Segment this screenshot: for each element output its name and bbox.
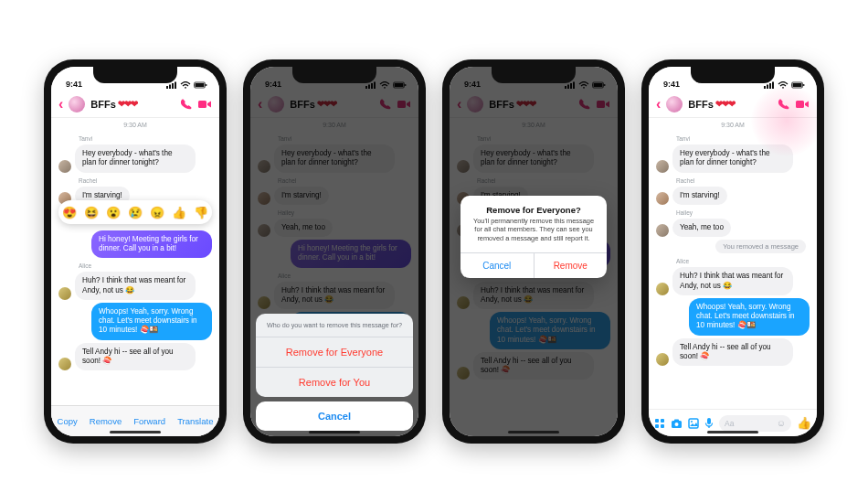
message-bubble[interactable]: Huh? I think that was meant for Andy, no… <box>672 267 793 295</box>
avatar[interactable] <box>58 358 71 370</box>
message-bubble[interactable]: Tell Andy hi -- see all of you soon! 🍣 <box>75 343 196 371</box>
message-list[interactable]: Tanvi Hey everybody - what's the plan fo… <box>649 132 817 409</box>
reaction-haha[interactable]: 😆 <box>84 206 99 219</box>
context-copy[interactable]: Copy <box>58 416 78 426</box>
notch <box>93 67 177 83</box>
avatar[interactable] <box>58 287 71 300</box>
message-bubble[interactable]: Huh? I think that was meant for Andy, no… <box>75 272 196 300</box>
svg-rect-3 <box>175 82 176 90</box>
hearts-icon: ❤❤❤ <box>118 99 137 109</box>
composer-gallery-icon[interactable] <box>688 418 699 429</box>
message-list[interactable]: Tanvi Hey everybody - what's the plan fo… <box>51 132 219 436</box>
sheet-cancel-button[interactable]: Cancel <box>256 401 413 431</box>
home-indicator[interactable] <box>508 431 559 433</box>
svg-rect-37 <box>661 419 664 423</box>
svg-rect-45 <box>707 418 711 424</box>
svg-rect-7 <box>206 84 207 86</box>
home-indicator[interactable] <box>110 431 161 433</box>
svg-rect-33 <box>793 83 802 87</box>
svg-point-42 <box>675 423 679 426</box>
svg-rect-38 <box>655 424 659 428</box>
chat-title-text: BFFs <box>90 99 116 110</box>
wifi-icon <box>778 81 789 89</box>
status-time: 9:41 <box>66 80 82 89</box>
chat-title-text: BFFs <box>688 99 714 110</box>
hearts-icon: ❤❤❤ <box>715 99 735 109</box>
composer-input[interactable]: Aa ☺ <box>719 415 791 432</box>
context-remove[interactable]: Remove <box>90 416 122 426</box>
audio-call-button[interactable] <box>777 98 789 111</box>
video-call-button[interactable] <box>197 99 212 110</box>
message-bubble[interactable]: Yeah, me too <box>672 219 731 237</box>
reaction-love[interactable]: 😍 <box>62 206 77 219</box>
emoji-icon[interactable]: ☺ <box>777 418 786 428</box>
composer-apps-icon[interactable] <box>654 418 665 429</box>
svg-rect-36 <box>655 419 659 423</box>
svg-rect-34 <box>803 84 805 86</box>
avatar[interactable] <box>58 160 71 173</box>
video-call-button[interactable] <box>795 99 810 110</box>
svg-rect-39 <box>661 424 664 428</box>
message-bubble-own[interactable]: Whoops! Yeah, sorry. Wrong chat. Let's m… <box>91 303 212 340</box>
sender-label: Alice <box>676 258 810 264</box>
message-bubble-own[interactable]: Whoops! Yeah, sorry. Wrong chat. Let's m… <box>689 298 810 336</box>
chat-title[interactable]: BFFs ❤❤❤ <box>688 99 735 110</box>
removed-message-indicator: You removed a message <box>715 240 806 253</box>
avatar[interactable] <box>656 353 669 366</box>
context-forward[interactable]: Forward <box>133 416 165 426</box>
avatar[interactable] <box>656 283 669 295</box>
back-button[interactable]: ‹ <box>656 96 661 112</box>
svg-point-4 <box>185 87 186 89</box>
status-indicators <box>764 81 806 89</box>
audio-call-button[interactable] <box>179 98 192 111</box>
screen-4: 9:41 ‹ BFFs ❤❤❤ 9:30 AM <box>649 67 817 436</box>
composer-placeholder: Aa <box>725 419 773 428</box>
chat-avatar[interactable] <box>69 96 85 112</box>
remove-for-everyone-option[interactable]: Remove for Everyone <box>256 337 413 368</box>
svg-rect-1 <box>169 85 171 90</box>
notch <box>691 67 775 83</box>
reaction-like[interactable]: 👍 <box>172 206 186 219</box>
message-bubble[interactable]: Hey everybody - what's the plan for dinn… <box>75 144 196 173</box>
alert-body: You'll permanently remove this message f… <box>460 217 607 252</box>
avatar[interactable] <box>656 160 669 173</box>
alert-remove-button[interactable]: Remove <box>535 253 608 278</box>
alert-title: Remove for Everyone? <box>460 196 607 217</box>
message-bubble[interactable]: Tell Andy hi -- see all of you soon! 🍣 <box>672 338 793 367</box>
message-bubble[interactable]: I'm starving! <box>672 187 727 205</box>
sender-label: Rachel <box>676 177 810 184</box>
svg-rect-2 <box>172 83 174 89</box>
message-bubble-own[interactable]: Hi honey! Meeting the girls for dinner. … <box>91 230 212 259</box>
svg-rect-41 <box>674 419 679 421</box>
chat-header: ‹ BFFs ❤❤❤ <box>51 91 219 118</box>
phone-frame-2: 9:41 ‹ BFFs ❤❤❤ 9:30 AM T <box>243 59 426 444</box>
reaction-sad[interactable]: 😢 <box>128 206 143 219</box>
avatar[interactable] <box>656 224 669 237</box>
phone-frame-1: 9:41 ‹ BFFs ❤❤❤ 9:30 AM <box>44 59 227 444</box>
avatar[interactable] <box>656 192 669 205</box>
notch <box>292 67 376 83</box>
svg-rect-35 <box>796 101 804 108</box>
reaction-dislike[interactable]: 👎 <box>194 206 208 219</box>
reaction-picker[interactable]: 😍 😆 😮 😢 😠 👍 👎 <box>58 200 212 224</box>
reaction-wow[interactable]: 😮 <box>106 206 121 219</box>
sheet-header: Who do you want to remove this message f… <box>256 314 413 337</box>
status-time: 9:41 <box>663 80 680 89</box>
reaction-angry[interactable]: 😠 <box>150 206 164 219</box>
back-button[interactable]: ‹ <box>58 96 63 112</box>
phone-frame-3: 9:41 ‹ BFFs ❤❤❤ 9:30 AM T <box>442 59 625 444</box>
thumbs-up-button[interactable]: 👍 <box>797 416 811 430</box>
composer-mic-icon[interactable] <box>704 417 714 429</box>
home-indicator[interactable] <box>309 431 360 433</box>
sender-label: Tanvi <box>79 135 212 142</box>
composer-camera-icon[interactable] <box>671 418 683 429</box>
message-bubble[interactable]: Hey everybody - what's the plan for dinn… <box>672 144 793 173</box>
svg-rect-29 <box>769 83 771 89</box>
alert-cancel-button[interactable]: Cancel <box>460 253 535 278</box>
chat-avatar[interactable] <box>666 96 683 112</box>
context-translate[interactable]: Translate <box>177 416 213 426</box>
home-indicator[interactable] <box>707 431 758 433</box>
timestamp: 9:30 AM <box>649 118 817 132</box>
remove-for-you-option[interactable]: Remove for You <box>256 368 413 397</box>
chat-title[interactable]: BFFs ❤❤❤ <box>90 99 137 110</box>
